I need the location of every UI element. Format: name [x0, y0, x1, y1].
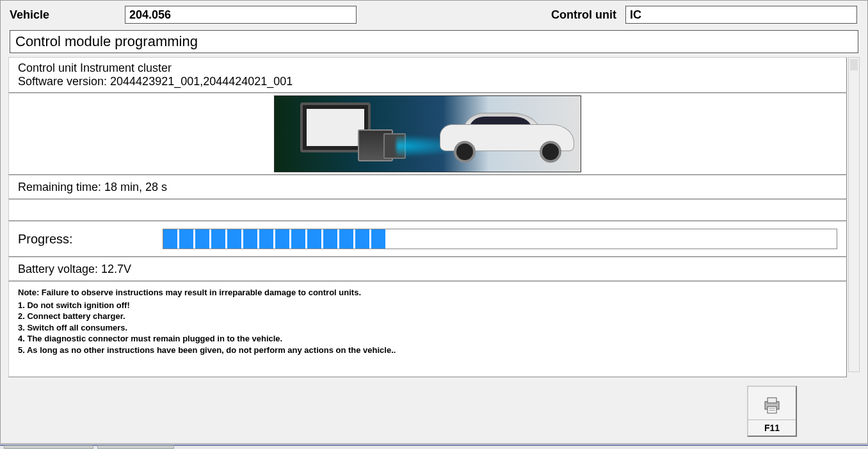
control-unit-label: Control unit: [551, 8, 616, 22]
progress-segment: [275, 229, 289, 249]
progress-panel: Progress:: [8, 221, 847, 257]
section-title: Control module programming: [10, 30, 858, 53]
taskbar-tab[interactable]: [97, 445, 174, 449]
progress-segment: [163, 229, 177, 249]
print-button[interactable]: F11: [747, 386, 797, 437]
note-item: 3. Switch off all consumers.: [18, 322, 837, 334]
scroll-thumb[interactable]: [850, 59, 858, 70]
svg-rect-2: [768, 407, 776, 413]
empty-status-panel: [8, 199, 847, 221]
progress-segment: [355, 229, 369, 249]
f11-label: F11: [748, 420, 796, 433]
software-version: Software version: 2044423921_001,2044424…: [18, 75, 837, 88]
note-item: 4. The diagnostic connector must remain …: [18, 333, 837, 345]
progress-segment: [371, 229, 385, 249]
diagnostic-hero-image: [274, 95, 581, 172]
app-window: Vehicle 204.056 Control unit IC Control …: [0, 0, 868, 444]
note-header: Note: Failure to observe instructions ma…: [18, 287, 837, 298]
progress-segment: [323, 229, 337, 249]
control-unit-field[interactable]: IC: [625, 6, 857, 24]
vehicle-label: Vehicle: [10, 8, 118, 22]
content-area: Control unit Instrument cluster Software…: [8, 57, 860, 372]
progress-segment: [195, 229, 209, 249]
car-icon: [440, 110, 574, 161]
hero-image-panel: [8, 93, 847, 175]
progress-segment: [339, 229, 353, 249]
progress-segment: [211, 229, 225, 249]
remaining-time-text: Remaining time: 18 min, 28 s: [18, 181, 167, 194]
battery-text: Battery voltage: 12.7V: [18, 263, 131, 276]
taskbar-tab[interactable]: [4, 445, 93, 449]
note-item: 5. As long as no other instructions have…: [18, 345, 837, 356]
progress-bar: [163, 229, 837, 249]
warning-notes-panel: Note: Failure to observe instructions ma…: [8, 281, 847, 377]
progress-segment: [291, 229, 305, 249]
svg-rect-1: [768, 398, 776, 403]
vehicle-field[interactable]: 204.056: [125, 6, 357, 24]
progress-segment: [259, 229, 273, 249]
note-item: 1. Do not switch ignition off!: [18, 300, 837, 311]
info-panel: Control unit Instrument cluster Software…: [8, 57, 847, 93]
taskbar: [0, 445, 868, 449]
control-unit-name: Control unit Instrument cluster: [18, 61, 837, 75]
remaining-time-panel: Remaining time: 18 min, 28 s: [8, 175, 847, 199]
progress-label: Progress:: [18, 232, 73, 247]
header-row: Vehicle 204.056 Control unit IC: [1, 1, 867, 28]
note-item: 2. Connect battery charger.: [18, 311, 837, 322]
progress-segment: [243, 229, 257, 249]
battery-panel: Battery voltage: 12.7V: [8, 257, 847, 281]
scrollbar[interactable]: [848, 57, 860, 372]
printer-icon: [761, 391, 783, 420]
progress-segment: [179, 229, 193, 249]
progress-segment: [307, 229, 321, 249]
footer-buttons: F11: [747, 386, 797, 437]
progress-segment: [227, 229, 241, 249]
